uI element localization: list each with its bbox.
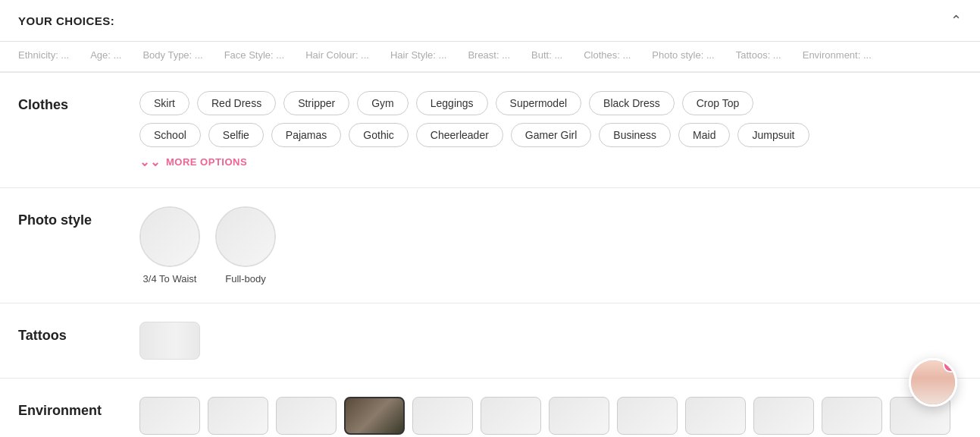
env-thumb-2[interactable] [208,397,268,435]
tag-gothic[interactable]: Gothic [349,123,408,147]
choice-tattoos: Tattoos: ... [736,49,781,61]
clothes-row-2: School Selfie Pajamas Gothic Cheerleader… [139,123,962,147]
photo-option-full-body-label: Full-body [225,273,265,285]
photo-option-full-body[interactable]: Full-body [215,206,276,285]
choice-body-type: Body Type: ... [142,49,202,61]
tag-school[interactable]: School [139,123,201,147]
env-thumb-5[interactable] [412,397,473,435]
choice-hair-colour: Hair Colour: ... [305,49,369,61]
clothes-options: Skirt Red Dress Stripper Gym Leggings Su… [139,91,962,169]
tag-maid[interactable]: Maid [678,123,730,147]
clothes-section: Clothes Skirt Red Dress Stripper Gym Leg… [0,73,980,188]
env-thumb-4[interactable] [344,397,405,435]
photo-preview-full-body [217,208,274,266]
floating-avatar[interactable]: 1 [909,358,957,407]
env-thumb-1[interactable] [139,397,200,435]
page-title: YOUR CHOICES: [18,14,114,27]
tag-skirt[interactable]: Skirt [139,91,189,115]
tag-supermodel[interactable]: Supermodel [496,91,582,115]
choice-breast: Breast: ... [468,49,510,61]
tattoos-section-label: Tattoos [18,322,139,344]
tag-gym[interactable]: Gym [357,91,409,115]
tattoos-options [139,322,200,360]
photo-style-label: Photo style [18,206,139,228]
tag-crop-top[interactable]: Crop Top [682,91,754,115]
choices-bar: Ethnicity: ... Age: ... Body Type: ... F… [0,42,980,73]
clothes-section-label: Clothes [18,91,139,113]
environment-options [139,397,950,435]
tag-black-dress[interactable]: Black Dress [589,91,675,115]
collapse-icon[interactable]: ⌃ [950,12,962,29]
tag-selfie[interactable]: Selfie [208,123,264,147]
more-options-button[interactable]: ⌄⌄ MORE OPTIONS [139,155,962,169]
photo-option-three-quarter[interactable]: 3/4 To Waist [139,206,200,285]
choice-environment: Environment: ... [803,49,872,61]
tag-jumpsuit[interactable]: Jumpsuit [737,123,809,147]
more-options-label: MORE OPTIONS [166,156,247,168]
photo-circle-full-body [215,206,276,267]
choice-age: Age: ... [90,49,121,61]
env-thumb-8[interactable] [617,397,678,435]
choice-butt: Butt: ... [531,49,562,61]
env-thumb-9[interactable] [685,397,746,435]
env-thumb-7[interactable] [549,397,609,435]
env-thumb-11[interactable] [822,397,882,435]
environment-section-label: Environment [18,397,139,419]
env-thumb-3[interactable] [276,397,337,435]
choice-clothes: Clothes: ... [584,49,631,61]
env-thumb-6[interactable] [481,397,541,435]
tag-leggings[interactable]: Leggings [416,91,488,115]
tag-pajamas[interactable]: Pajamas [271,123,341,147]
clothes-row-1: Skirt Red Dress Stripper Gym Leggings Su… [139,91,962,115]
tattoo-thumb-1[interactable] [139,322,200,360]
photo-style-section: Photo style 3/4 To Waist Full-body [0,188,980,303]
env-thumb-10[interactable] [753,397,814,435]
choice-hair-style: Hair Style: ... [390,49,446,61]
choice-ethnicity: Ethnicity: ... [18,49,69,61]
tag-red-dress[interactable]: Red Dress [197,91,276,115]
tag-business[interactable]: Business [599,123,671,147]
tag-stripper[interactable]: Stripper [283,91,349,115]
more-options-chevron-icon: ⌄⌄ [139,155,160,169]
photo-preview-three-quarter [141,208,199,266]
tag-gamer-girl[interactable]: Gamer Girl [511,123,591,147]
choice-photo-style: Photo style: ... [652,49,714,61]
environment-section: Environment [0,379,980,437]
choice-face-style: Face Style: ... [224,49,284,61]
photo-option-three-quarter-label: 3/4 To Waist [143,273,197,285]
photo-circle-three-quarter [139,206,200,267]
header: YOUR CHOICES: ⌃ [0,0,980,42]
tattoos-section: Tattoos [0,303,980,379]
tag-cheerleader[interactable]: Cheerleader [416,123,503,147]
photo-style-options: 3/4 To Waist Full-body [139,206,276,285]
